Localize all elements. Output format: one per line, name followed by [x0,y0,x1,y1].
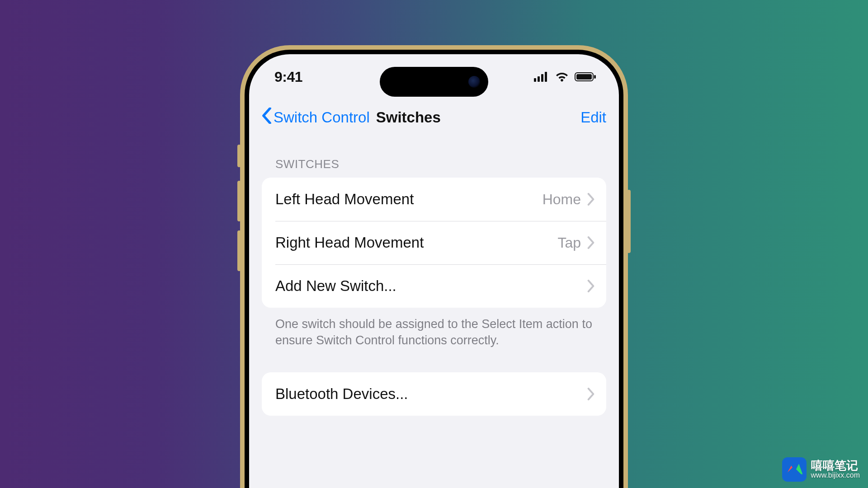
status-bar: 9:41 [249,54,619,99]
cellular-icon [534,72,549,82]
power-button [627,190,631,253]
row-left-head-movement[interactable]: Left Head Movement Home [262,178,606,221]
row-value: Tap [557,235,581,251]
edit-button[interactable]: Edit [580,109,606,126]
content-scroll[interactable]: SWITCHES Left Head Movement Home Right H… [249,145,619,488]
phone-frame: 9:41 [240,45,628,488]
svg-rect-1 [538,76,540,82]
svg-rect-2 [541,74,543,82]
svg-rect-0 [534,78,536,82]
phone-bezel: 9:41 [245,50,623,488]
watermark-url: www.bijixx.com [811,472,860,479]
page-title: Switches [376,109,441,126]
chevron-left-icon [262,108,272,127]
chevron-right-icon [587,193,594,206]
svg-rect-3 [545,72,547,82]
row-add-new-switch[interactable]: Add New Switch... [262,264,606,308]
status-time: 9:41 [274,69,302,85]
row-label: Right Head Movement [275,234,557,251]
row-label: Left Head Movement [275,191,542,208]
chevron-right-icon [587,236,594,249]
group-switches: Left Head Movement Home Right Head Movem… [262,178,606,308]
group-bluetooth: Bluetooth Devices... [262,372,606,416]
row-value: Home [542,191,581,208]
phone-screen: 9:41 [249,54,619,488]
volume-up-button [237,181,241,221]
battery-icon [575,72,596,82]
row-right-head-movement[interactable]: Right Head Movement Tap [262,221,606,264]
section-header-switches: SWITCHES [262,145,606,178]
svg-rect-5 [576,74,592,80]
watermark: 嘻嘻笔记 www.bijixx.com [782,457,860,482]
row-label: Bluetooth Devices... [275,385,587,403]
row-label: Add New Switch... [275,277,587,295]
watermark-logo-icon [782,457,807,482]
back-label: Switch Control [274,109,370,126]
row-bluetooth-devices[interactable]: Bluetooth Devices... [262,372,606,416]
chevron-right-icon [587,388,594,400]
chevron-right-icon [587,280,594,292]
svg-rect-6 [594,75,596,79]
wifi-icon [555,72,569,82]
mute-switch [237,145,241,167]
section-footer-switches: One switch should be assigned to the Sel… [262,308,606,349]
nav-bar: Switch Control Switches Edit [249,103,619,132]
volume-down-button [237,230,241,271]
watermark-name: 嘻嘻笔记 [811,460,860,472]
back-button[interactable]: Switch Control [262,108,370,127]
